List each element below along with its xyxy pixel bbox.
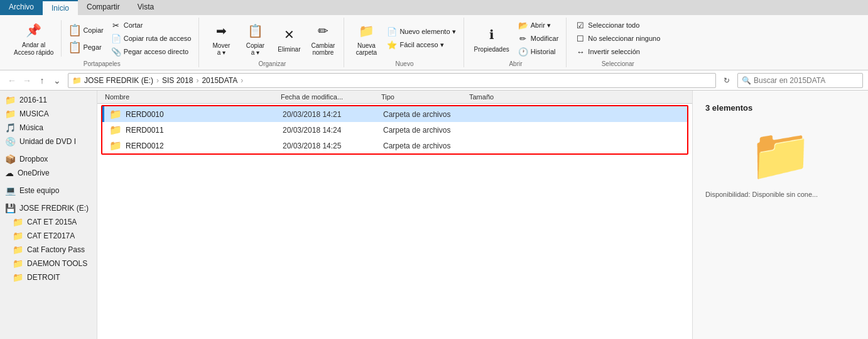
col-header-name[interactable]: Nombre [102,92,278,102]
sidebar-item-daemon-tools[interactable]: 📁 DAEMON TOOLS [0,257,97,270]
tab-inicio[interactable]: Inicio [43,0,78,15]
forward-button[interactable]: → [20,74,34,87]
tab-archivo[interactable]: Archivo [0,0,43,15]
availability-label: Disponibilidad: [705,191,751,198]
file-row-rerd0011[interactable]: 📁 RERD0011 20/03/2018 14:24 Carpeta de a… [102,122,687,138]
btn-pegar-acceso[interactable]: 📎 Pegar acceso directo [109,45,194,58]
sidebar-item-jose-fredrik[interactable]: 💾 JOSE FREDRIK (E:) [0,201,97,215]
sidebar-item-onedrive[interactable]: ☁ OneDrive [0,166,97,180]
btn-seleccionar-todo[interactable]: ☑ Seleccionar todo [573,19,663,31]
sidebar-item-cat-et-2017a[interactable]: 📁 CAT ET2017A [0,229,97,243]
search-input[interactable] [754,76,848,85]
btn-copiar-ruta[interactable]: 📄 Copiar ruta de acceso [109,32,194,45]
folder-icon: 📁 [109,124,122,136]
search-icon: 🔍 [742,76,751,85]
details-availability: Disponibilidad: Disponible sin cone... [705,191,818,198]
folder-icon: 📁 [5,109,16,119]
delete-icon: ✕ [279,25,299,45]
folder-icon: 📁 [13,272,23,282]
col-header-type[interactable]: Tipo [379,92,467,102]
file-row-rerd0012[interactable]: 📁 RERD0012 20/03/2018 14:25 Carpeta de a… [102,138,687,153]
ribbon: Archivo Inicio Compartir Vista 📌 Andar a… [0,0,868,70]
btn-cambiar-nombre[interactable]: ✏ Cambiarnombre [307,18,339,58]
btn-copiar[interactable]: 📋 Copiar [65,22,106,38]
sidebar-item-cat-et-2015a[interactable]: 📁 CAT ET 2015A [0,215,97,229]
sidebar-item-cat-factory[interactable]: 📁 Cat Factory Pass [0,243,97,257]
properties-icon: ℹ [482,25,502,45]
sidebar-item-dropbox[interactable]: 📦 Dropbox [0,152,97,166]
sidebar: 📁 2016-11 📁 MUSICA 🎵 Música 💿 Unidad de … [0,91,97,339]
breadcrumb-part-3[interactable]: 2015DATA [202,76,237,85]
organizar-label: Organizar [258,60,286,67]
details-folder-icon: 📁 [749,125,812,184]
tab-compartir[interactable]: Compartir [78,0,129,15]
sidebar-item-musica-folder[interactable]: 📁 MUSICA [0,107,97,121]
availability-value: Disponible sin cone... [752,191,818,198]
folder-icon: 📁 [109,108,122,120]
seleccionar-label: Seleccionar [602,60,634,67]
btn-copiar-a[interactable]: 📋 Copiara ▾ [239,18,271,58]
address-bar[interactable]: 📁 JOSE FREDRIK (E:) › SIS 2018 › 2015DAT… [68,73,716,88]
col-header-date[interactable]: Fecha de modifica... [278,92,379,102]
sidebar-item-musica-lib[interactable]: 🎵 Música [0,121,97,135]
sidebar-item-este-equipo[interactable]: 💻 Este equipo [0,184,97,197]
folder-icon: 📁 [13,217,23,227]
computer-icon: 💻 [5,186,16,196]
drive-icon: 💾 [5,203,16,213]
nuevo-label: Nuevo [396,60,414,67]
sidebar-item-2016-11[interactable]: 📁 2016-11 [0,93,97,107]
group-organizar: ➡ Movera ▾ 📋 Copiara ▾ ✕ Eliminar ✏ Camb… [200,18,344,67]
search-box[interactable]: 🔍 [737,73,863,88]
folder-address-icon: 📁 [72,76,82,85]
edit-icon: ✏ [518,33,528,43]
rename-icon: ✏ [313,21,333,41]
move-icon: ➡ [211,21,231,41]
btn-historial[interactable]: 🕐 Historial [516,45,561,58]
onedrive-icon: ☁ [5,168,14,178]
refresh-button[interactable]: ↻ [720,74,734,87]
btn-pegar[interactable]: 📋 Pegar [65,39,106,55]
col-header-size[interactable]: Tamaño [467,92,529,102]
file-row-rerd0010[interactable]: 📁 RERD0010 20/03/2018 14:21 Carpeta de a… [102,106,687,122]
new-item-icon: 📄 [387,27,397,37]
file-list-header: Nombre Fecha de modifica... Tipo Tamaño [97,91,692,104]
breadcrumb-part-2[interactable]: SIS 2018 [162,76,193,85]
open-icon: 📂 [518,20,528,30]
copy-to-icon: 📋 [245,21,265,41]
nav-arrows: ← → ↑ ⌄ [5,74,64,87]
group-nuevo: 📁 Nuevacarpeta 📄 Nuevo elemento ▾ ⭐ Fáci… [345,18,464,67]
btn-invertir-seleccion[interactable]: ↔ Invertir selección [573,45,663,58]
tab-vista[interactable]: Vista [129,0,163,15]
btn-facil-acceso[interactable]: ⭐ Fácil acceso ▾ [384,39,458,52]
btn-propiedades[interactable]: ℹ Propiedades [470,22,513,55]
up-button[interactable]: ↑ [35,74,49,87]
btn-andar-acceso-rapido[interactable]: 📌 Andar alAcceso rápido [10,18,57,59]
btn-mover-a[interactable]: ➡ Movera ▾ [205,18,237,58]
new-folder-icon: 📁 [356,21,376,41]
portapapeles-label: Portapapeles [84,60,121,67]
btn-eliminar[interactable]: ✕ Eliminar [273,22,305,55]
btn-nuevo-elemento[interactable]: 📄 Nuevo elemento ▾ [384,26,458,38]
folder-icon: 📁 [13,258,23,269]
btn-nueva-carpeta[interactable]: 📁 Nuevacarpeta [350,18,382,58]
ribbon-content: 📌 Andar alAcceso rápido 📋 Copiar 📋 Pegar [0,15,868,70]
details-count: 3 elementos [705,103,752,113]
btn-cortar[interactable]: ✂ Cortar [109,19,194,31]
recent-locations-button[interactable]: ⌄ [50,74,64,87]
folder-icon: 📁 [5,95,16,105]
sidebar-item-detroit[interactable]: 📁 DETROIT [0,270,97,284]
btn-abrir[interactable]: 📂 Abrir ▾ [516,19,561,31]
history-icon: 🕐 [518,47,528,57]
back-button[interactable]: ← [5,74,19,87]
breadcrumb-part-1[interactable]: JOSE FREDRIK (E:) [84,76,153,85]
select-all-icon: ☑ [575,20,585,30]
btn-no-seleccionar[interactable]: ☐ No seleccionar ninguno [573,32,663,45]
btn-modificar[interactable]: ✏ Modificar [516,32,561,45]
dvd-icon: 💿 [5,136,16,147]
dropbox-icon: 📦 [5,154,16,164]
breadcrumb-sep-2: › [196,76,198,85]
invert-selection-icon: ↔ [575,47,585,57]
copy-icon: 📋 [68,23,82,37]
abrir-label: Abrir [509,60,522,67]
sidebar-item-dvd[interactable]: 💿 Unidad de DVD I [0,135,97,148]
